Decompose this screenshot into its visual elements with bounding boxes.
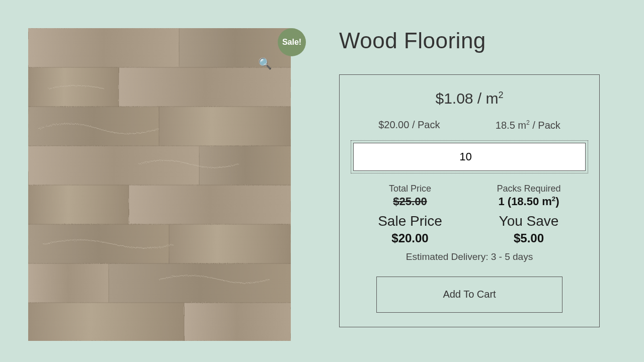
unit-price: $1.08 / m2: [351, 90, 588, 107]
delivery-estimate: Estimated Delivery: 3 - 5 days: [351, 251, 588, 262]
area-per-pack: 18.5 m2 / Pack: [496, 119, 560, 131]
svg-rect-2: [179, 28, 291, 67]
product-image[interactable]: [28, 28, 291, 341]
total-price-col: Total Price $25.00 Sale Price $20.00: [353, 184, 467, 245]
sale-badge: Sale!: [278, 28, 306, 56]
product-image-wrap: Sale! 🔍: [28, 28, 291, 341]
zoom-icon[interactable]: 🔍: [258, 57, 272, 70]
total-price-label: Total Price: [353, 184, 467, 194]
svg-rect-7: [28, 146, 199, 185]
svg-rect-4: [119, 67, 291, 107]
packs-required-label: Packs Required: [472, 184, 586, 194]
product-page: Sale! 🔍 Wood Flooring $1.08 / m2 $20.00 …: [0, 0, 644, 361]
svg-rect-1: [28, 28, 179, 67]
svg-rect-10: [129, 185, 291, 224]
product-details: Wood Flooring $1.08 / m2 $20.00 / Pack 1…: [339, 28, 616, 341]
svg-rect-3: [28, 67, 119, 107]
totals-row-1: Total Price $25.00 Sale Price $20.00 Pac…: [351, 184, 588, 245]
price-per-pack: $20.00 / Pack: [378, 119, 440, 131]
unit-price-text: $1.08 / m2: [435, 90, 503, 107]
original-total: $25.00: [353, 195, 467, 208]
svg-rect-15: [28, 303, 184, 341]
you-save-label: You Save: [472, 213, 586, 229]
pack-info-row: $20.00 / Pack 18.5 m2 / Pack: [351, 119, 588, 131]
sale-badge-text: Sale!: [282, 38, 301, 47]
sale-price-label: Sale Price: [353, 213, 467, 229]
svg-rect-8: [199, 146, 291, 185]
price-card: $1.08 / m2 $20.00 / Pack 18.5 m2 / Pack …: [339, 74, 600, 327]
sale-price-value: $20.00: [353, 231, 467, 245]
packs-required-value: 1 (18.50 m2): [472, 195, 586, 208]
add-to-cart-button[interactable]: Add To Cart: [376, 277, 562, 313]
quantity-wrap: [351, 140, 588, 173]
svg-rect-11: [28, 224, 169, 263]
you-save-value: $5.00: [472, 231, 586, 245]
svg-rect-9: [28, 185, 129, 224]
quantity-input[interactable]: [353, 143, 586, 171]
svg-rect-16: [184, 303, 291, 341]
svg-rect-12: [169, 224, 291, 263]
svg-rect-14: [109, 263, 291, 303]
svg-rect-13: [28, 263, 109, 303]
product-title: Wood Flooring: [339, 28, 616, 53]
packs-col: Packs Required 1 (18.50 m2) You Save $5.…: [472, 184, 586, 245]
svg-rect-6: [159, 107, 291, 146]
